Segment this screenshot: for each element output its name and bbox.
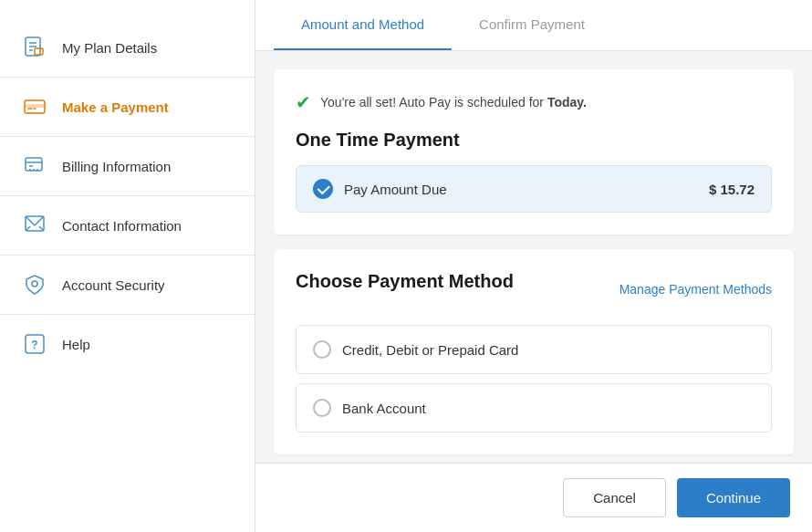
tab-amount-method[interactable]: Amount and Method (274, 0, 452, 50)
sidebar-item-make-a-payment-label: Make a Payment (62, 99, 169, 115)
autopay-check-icon: ✔ (296, 91, 311, 113)
sidebar-item-make-a-payment[interactable]: Make a Payment (0, 78, 255, 137)
sidebar-item-contact-information[interactable]: Contact Information (0, 196, 255, 256)
bank-account-radio[interactable] (313, 399, 331, 417)
sidebar: My Plan Details Make a Payment Billing I… (0, 0, 255, 532)
svg-rect-6 (25, 104, 45, 108)
credit-card-label: Credit, Debit or Prepaid Card (342, 342, 518, 358)
tab-bar: Amount and Method Confirm Payment (255, 0, 812, 51)
sidebar-item-account-security-label: Account Security (62, 277, 165, 293)
sidebar-item-my-plan-details-label: My Plan Details (62, 40, 157, 56)
credit-card-option[interactable]: Credit, Debit or Prepaid Card (296, 325, 772, 374)
sidebar-item-help-label: Help (62, 337, 90, 352)
autopay-message-prefix: You're all set! Auto Pay is scheduled fo… (320, 95, 547, 110)
security-icon (22, 272, 47, 297)
autopay-message-bold: Today. (547, 95, 587, 110)
autopay-message: You're all set! Auto Pay is scheduled fo… (320, 95, 587, 110)
bank-account-label: Bank Account (342, 401, 426, 416)
sidebar-item-my-plan-details[interactable]: My Plan Details (0, 18, 255, 78)
one-time-payment-card: ✔ You're all set! Auto Pay is scheduled … (274, 69, 794, 235)
payment-icon (22, 94, 47, 120)
pay-amount-due-check (313, 179, 333, 199)
content-area: ✔ You're all set! Auto Pay is scheduled … (255, 51, 812, 463)
sidebar-item-billing-information[interactable]: Billing Information (0, 137, 255, 196)
cancel-button[interactable]: Cancel (563, 478, 666, 517)
payment-method-title: Choose Payment Method (296, 271, 514, 292)
one-time-payment-title: One Time Payment (296, 130, 772, 151)
main-content: Amount and Method Confirm Payment ✔ You'… (255, 0, 812, 532)
svg-rect-4 (35, 48, 43, 55)
sidebar-item-help[interactable]: ? Help (0, 315, 255, 373)
tab-confirm-payment[interactable]: Confirm Payment (452, 0, 612, 50)
svg-rect-9 (26, 158, 42, 171)
continue-button[interactable]: Continue (677, 478, 790, 517)
plan-icon (22, 35, 47, 60)
footer: Cancel Continue (255, 463, 812, 532)
sidebar-item-billing-information-label: Billing Information (62, 159, 171, 174)
choose-payment-method-card: Choose Payment Method Manage Payment Met… (274, 249, 794, 454)
autopay-notice: ✔ You're all set! Auto Pay is scheduled … (296, 91, 772, 113)
bank-account-option[interactable]: Bank Account (296, 383, 772, 433)
credit-card-radio[interactable] (313, 340, 331, 359)
svg-text:?: ? (31, 339, 37, 351)
manage-payment-methods-link[interactable]: Manage Payment Methods (619, 282, 772, 297)
svg-point-16 (32, 281, 37, 287)
pay-amount-due-value: $ 15.72 (709, 182, 755, 197)
sidebar-item-contact-information-label: Contact Information (62, 218, 182, 234)
sidebar-item-account-security[interactable]: Account Security (0, 256, 255, 315)
pay-amount-due-option[interactable]: Pay Amount Due $ 15.72 (296, 165, 772, 213)
pay-amount-due-label: Pay Amount Due (344, 182, 447, 197)
help-icon: ? (22, 331, 47, 357)
contact-icon (22, 213, 47, 238)
billing-icon (22, 153, 47, 179)
